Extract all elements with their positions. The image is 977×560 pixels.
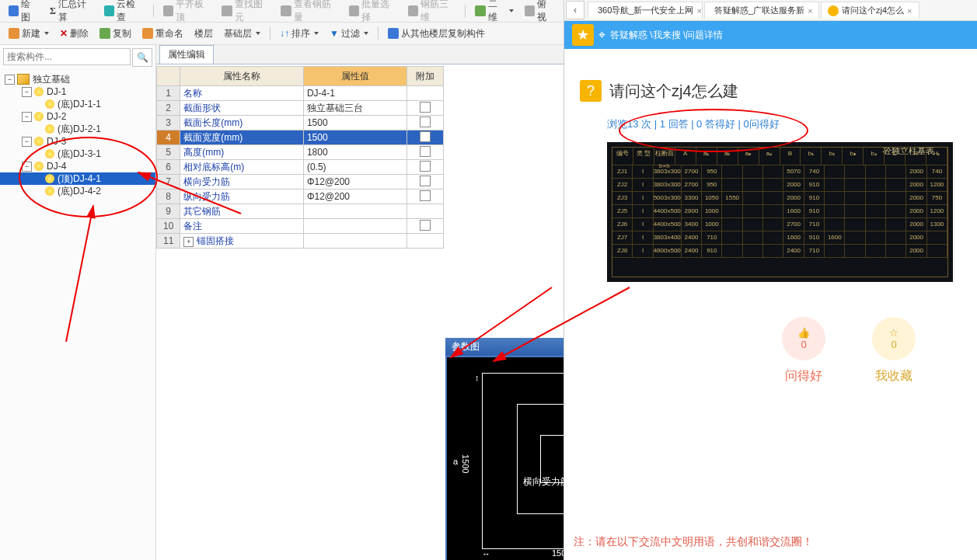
tb-base[interactable]: 基础层 [220,26,264,41]
question-meta: 浏览13 次 | 1 回答 | 0 答得好 | 0问得好 [607,117,961,131]
draw-icon [9,5,19,16]
tree-group[interactable]: −DJ-2 [0,110,155,123]
toolbar-second: 新建 ✕ 删除 复制 重命名 楼层 基础层 ↓↑ 排序 ▼ 过滤 从其他楼层复制… [0,23,564,45]
tree-item[interactable]: (顶)DJ-4-1 [0,172,155,185]
browser-tab[interactable]: 请问这个zj4怎么× [821,2,919,19]
table-row: ZJ8I4800x500240091024007102000 [612,245,947,258]
tb-rebar3d[interactable]: 钢筋三维 [404,0,460,25]
thumb-icon: 👍 [797,327,810,339]
rebar-icon [281,5,291,16]
tree-group[interactable]: −DJ-3 [0,135,155,148]
property-row[interactable]: 11+锚固搭接 [157,234,444,249]
property-row[interactable]: 5高度(mm)1800 [157,145,444,160]
copyfrom-icon [388,28,399,39]
col-value: 属性值 [303,67,407,86]
diagram-dim-b: 1500 [552,548,564,558]
tb-rename[interactable]: 重命名 [138,26,187,41]
tree-group[interactable]: −DJ-1 [0,85,155,98]
vote-favorite[interactable]: ☆0 我收藏 [872,317,916,384]
diagram-dim-a: 1500 [461,454,470,473]
toolbar-top: 绘图 Σ 汇总计算 云检查 平齐板顶 查找图元 查看钢筋量 批量选择 钢筋三维 … [0,0,564,23]
prop-tabs: 属性编辑 [156,45,564,64]
rename-icon [142,28,153,39]
property-table[interactable]: 属性名称 属性值 附加 1名称DJ-4-12截面形状独立基础三台3截面长度(mm… [156,66,444,249]
search-icon: 🔍 [137,52,148,63]
close-icon[interactable]: × [907,6,912,16]
checkbox[interactable] [420,220,431,231]
diagram-title: 参数图 [445,338,564,356]
tb-sum[interactable]: Σ 汇总计算 [46,0,97,25]
tb-rebar[interactable]: 查看钢筋量 [277,0,341,25]
tree-group[interactable]: −DJ-4 [0,160,155,172]
property-row[interactable]: 4截面宽度(mm)1500 [157,130,444,145]
close-icon[interactable]: × [808,6,812,16]
table-row: ZJ2I3803x3002700950200091020001200 [612,179,947,192]
property-row[interactable]: 7横向受力筋Φ12@200 [157,175,444,190]
table-row: ZJ6I4400x50034001000270071020001300 [612,218,947,231]
tb-copyfrom[interactable]: 从其他楼层复制构件 [384,26,489,41]
tb-iso[interactable]: 俯视 [521,0,559,25]
table-row: ZJ3I5003x30033001050155020009102000750 [612,192,947,205]
tb-sort[interactable]: ↓↑ 排序 [276,26,323,41]
property-row[interactable]: 3截面长度(mm)1500 [157,116,444,130]
breadcrumb[interactable]: 答疑解惑 \我来搜 \问题详情 [610,29,723,42]
vote-helpful[interactable]: 👍0 问得好 [782,317,825,384]
tb-cloud[interactable]: 云检查 [100,0,147,25]
align-icon [163,5,173,16]
tree-root[interactable]: −独立基础 [0,73,155,85]
browser-tab[interactable]: 360导航_新一代安全上网× [588,2,703,19]
checkbox[interactable] [420,102,431,113]
search-button[interactable]: 🔍 [132,48,152,67]
new-icon [9,28,19,39]
filter-icon: ▼ [330,28,339,39]
property-row[interactable]: 1名称DJ-4-1 [157,86,444,101]
tree-item[interactable]: (底)DJ-3-1 [0,148,155,160]
property-row[interactable]: 6相对底标高(m)(0.5) [157,160,444,175]
tb-batch[interactable]: 批量选择 [345,0,401,25]
close-icon[interactable]: × [696,6,701,16]
checkbox[interactable] [420,161,431,172]
search-input[interactable] [3,48,131,65]
tb-floor[interactable]: 楼层 [190,26,217,41]
checkbox[interactable] [420,131,431,142]
property-row[interactable]: 8纵向受力筋Φ12@200 [157,190,444,204]
tb-filter[interactable]: ▼ 过滤 [326,26,372,41]
table-row: ZJ5I4400x50028001000160091020001200 [612,205,947,218]
batch-icon [349,5,359,16]
diagram-lab-a: a [453,457,458,466]
tb-copy[interactable]: 复制 [96,26,135,41]
checkbox[interactable] [420,190,431,201]
browser-tabbar: ‹ 360导航_新一代安全上网×答疑解惑_广联达服务新×请问这个zj4怎么× [564,0,977,21]
property-row[interactable]: 10备注 [157,219,444,234]
tb-align[interactable]: 平齐板顶 [159,0,215,25]
property-row[interactable]: 2截面形状独立基础三台 [157,101,444,116]
tb-draw[interactable]: 绘图 [5,0,43,25]
col-name: 属性名称 [180,67,304,86]
tree-item[interactable]: (底)DJ-2-1 [0,123,155,135]
tree-item[interactable]: (底)DJ-1-1 [0,98,155,110]
breadcrumb-bar: ★ ⌖ 答疑解惑 \我来搜 \问题详情 [564,21,977,49]
rebar3d-icon [408,5,418,16]
tb-del[interactable]: ✕ 删除 [56,26,92,41]
footer-note: 注：请在以下交流中文明用语，共创和谐交流圈！ [574,535,813,549]
tree-item[interactable]: (底)DJ-4-2 [0,185,155,197]
property-row[interactable]: 9其它钢筋 [157,204,444,219]
checkbox[interactable] [420,146,431,157]
parameter-diagram: 参数图 纵向受力筋 横向受力筋 1500 b 1500 a ↕ ↔ [445,338,564,560]
delete-icon: ✕ [60,28,68,39]
browser-tab[interactable]: 答疑解惑_广联达服务新× [704,2,819,19]
favicon-icon [828,5,839,16]
tb-find[interactable]: 查找图元 [218,0,274,25]
tb-new[interactable]: 新建 [5,26,53,41]
embedded-drawing[interactable]: 砼独立柱基表 编号类 型柱断面 b×hAa₁a₂a₃a₄Bb₁b₂b₃b₄CHH… [607,142,953,282]
cloud-icon [104,5,114,16]
component-tree[interactable]: −独立基础−DJ-1(底)DJ-1-1−DJ-2(底)DJ-2-1−DJ-3(底… [0,70,155,560]
table-row: ZJ7I3803x4002400710160091016002000 [612,231,947,245]
browser-back[interactable]: ‹ [566,1,584,19]
star-outline-icon: ☆ [889,327,898,339]
col-extra: 附加 [407,67,444,86]
checkbox[interactable] [420,176,431,186]
tb-2d[interactable]: 二维 [471,0,518,25]
checkbox[interactable] [420,117,431,127]
tab-property-edit[interactable]: 属性编辑 [159,45,214,64]
